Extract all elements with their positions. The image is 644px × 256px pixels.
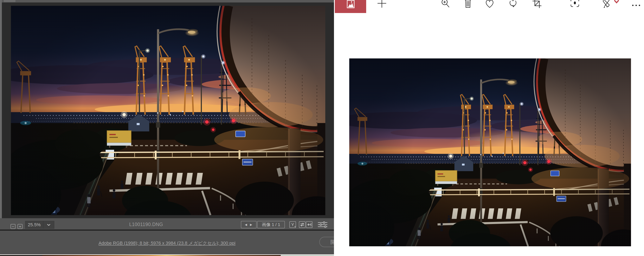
window-top-strip bbox=[0, 0, 334, 2]
rotate-icon[interactable] bbox=[508, 0, 518, 9]
swap-arrows-icon bbox=[299, 222, 305, 228]
next-image-icon[interactable]: ▶ bbox=[250, 223, 255, 226]
photos-app-tile bbox=[335, 0, 366, 13]
open-image-button[interactable]: 開く bbox=[319, 237, 334, 247]
sliders-icon bbox=[318, 221, 328, 228]
zoom-level-dropdown[interactable] bbox=[43, 221, 54, 229]
background-photo-sliver bbox=[42, 255, 281, 256]
delete-icon[interactable] bbox=[463, 0, 473, 9]
copy-settings-button[interactable] bbox=[306, 221, 312, 228]
zoom-in-button[interactable]: + bbox=[18, 224, 22, 229]
before-after-view-button[interactable]: Y bbox=[290, 221, 296, 228]
chevron-down-icon bbox=[47, 224, 50, 226]
spot-fix-icon[interactable] bbox=[570, 0, 580, 9]
swap-before-after-button[interactable] bbox=[299, 221, 306, 228]
image-nav-arrows[interactable]: ◀▶ bbox=[241, 221, 256, 228]
caret-down-icon bbox=[294, 226, 295, 227]
background-photo-strip bbox=[0, 255, 334, 256]
photos-logo-icon bbox=[346, 0, 355, 10]
zoom-out-button[interactable]: − bbox=[10, 224, 16, 229]
edit-badge-red-chevron-icon bbox=[614, 0, 619, 4]
window-top-tab bbox=[4, 0, 16, 2]
adjustment-sliders-toggle[interactable] bbox=[318, 221, 328, 228]
see-more-icon[interactable] bbox=[632, 0, 641, 9]
image-counter: 画像 1 / 1 bbox=[257, 221, 285, 228]
zoom-in-icon[interactable] bbox=[441, 0, 450, 9]
prev-image-icon[interactable]: ◀ bbox=[245, 223, 250, 226]
photos-app-window bbox=[334, 0, 644, 256]
workflow-options-link[interactable]: Adobe RGB (1998); 8 bit; 5976 x 3984 (23… bbox=[0, 240, 334, 246]
photo-preview[interactable] bbox=[11, 6, 325, 215]
arrow-to-line-icon bbox=[306, 222, 312, 228]
filename-label: L1001190.DNG bbox=[103, 222, 163, 227]
favorite-icon[interactable] bbox=[485, 0, 494, 9]
background-window-edge bbox=[0, 0, 2, 218]
photo-view[interactable] bbox=[349, 58, 631, 246]
camera-raw-window: − + 25.5% L1001190.DNG ◀▶ 画像 1 / 1 Y Ado… bbox=[0, 0, 334, 256]
before-after-label: Y bbox=[291, 222, 294, 227]
add-icon[interactable] bbox=[377, 0, 386, 9]
edit-icon[interactable] bbox=[602, 0, 611, 9]
background-sliver bbox=[281, 255, 334, 256]
zoom-level-field[interactable]: 25.5% bbox=[25, 221, 43, 229]
crop-icon[interactable] bbox=[532, 0, 542, 9]
